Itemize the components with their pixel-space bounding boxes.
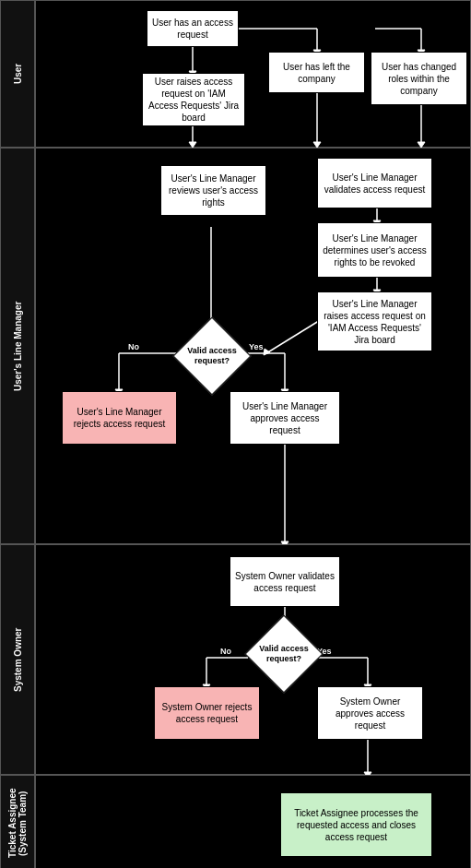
box-user-changed-roles: User has changed roles within the compan…	[371, 52, 467, 105]
box-user-raises-request: User raises access request on 'IAM Acces…	[142, 73, 245, 126]
lane-ticket-assignee: Ticket Assignee processes the requested …	[35, 775, 471, 868]
diamond-so: Valid access request?	[251, 626, 317, 682]
diagram-container: User User's Line Manager System Owner Ti…	[0, 0, 471, 868]
box-lm-approves: User's Line Manager approves access requ…	[230, 391, 340, 445]
svg-text:No: No	[128, 342, 139, 351]
box-user-access-request: User has an access request	[147, 10, 239, 47]
lane-user: User has an access request User raises a…	[35, 0, 471, 148]
diamond-lm: Valid access request?	[179, 328, 245, 384]
lane-label-system-owner: System Owner	[0, 544, 35, 775]
lane-labels: User User's Line Manager System Owner Ti…	[0, 0, 35, 868]
svg-line-20	[266, 319, 322, 353]
box-user-left-company: User has left the company	[268, 52, 365, 93]
box-lm-reviews: User's Line Manager validates access req…	[317, 158, 432, 208]
box-so-rejects: System Owner rejects access request	[154, 686, 260, 740]
svg-marker-21	[264, 349, 270, 355]
svg-text:Yes: Yes	[249, 342, 264, 351]
lane-label-line-manager: User's Line Manager	[0, 148, 35, 544]
box-ta-processes: Ticket Assignee processes the requested …	[280, 792, 432, 857]
box-lm-rejects: User's Line Manager rejects access reque…	[62, 391, 177, 445]
lane-line-manager: No Yes User's Line Manager reviews user'…	[35, 148, 471, 544]
lane-system-owner: No Yes System Owner validates access req…	[35, 544, 471, 775]
box-lm-determines: User's Line Manager determines user's ac…	[317, 222, 432, 278]
svg-text:No: No	[220, 647, 231, 656]
box-lm-raises: User's Line Manager raises access reques…	[317, 291, 432, 351]
box-so-validates: System Owner validates access request	[230, 556, 340, 607]
box-lm-validates: User's Line Manager reviews user's acces…	[160, 165, 266, 216]
lane-label-ticket-assignee: Ticket Assignee (System Team)	[0, 775, 35, 868]
content-area: User has an access request User raises a…	[35, 0, 471, 868]
lane-label-user: User	[0, 0, 35, 148]
box-so-approves: System Owner approves access request	[317, 686, 423, 740]
